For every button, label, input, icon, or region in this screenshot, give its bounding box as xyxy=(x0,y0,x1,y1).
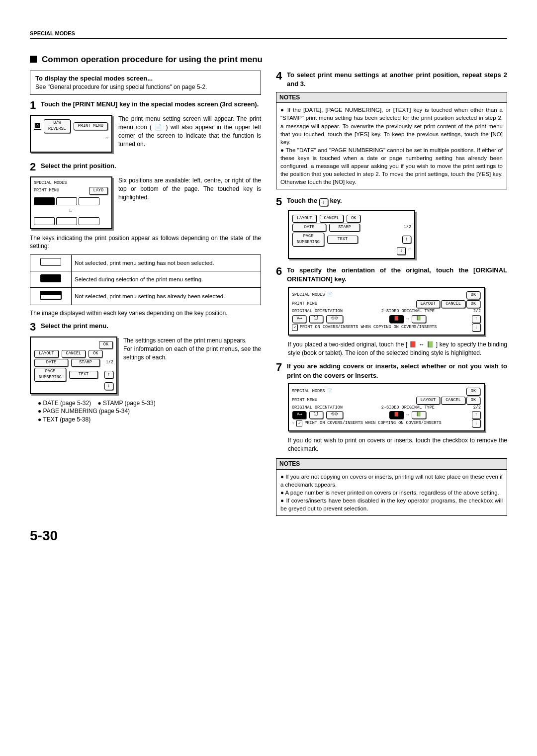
legend-text: Not selected, print menu setting has not… xyxy=(72,255,261,271)
step-number: 5 xyxy=(276,196,287,207)
date-key[interactable]: DATE xyxy=(292,224,326,232)
step5-figure: LAYOUTCANCELOK DATE STAMP 1/2 PAGE NUMBE… xyxy=(288,210,415,259)
fig-label: SPECIAL MODES 📄 xyxy=(292,292,333,298)
ok-key[interactable]: OK xyxy=(89,350,102,358)
ok-key[interactable]: OK xyxy=(466,291,480,299)
text-key[interactable]: TEXT xyxy=(327,236,358,244)
step-number: 1 xyxy=(30,100,41,111)
legend-text: Not selected, print menu setting has alr… xyxy=(72,288,261,305)
step7-para: If you do not wish to print on covers or… xyxy=(288,436,507,453)
up-arrow-key[interactable]: ↑ xyxy=(402,236,411,244)
step1-para: The print menu setting screen will appea… xyxy=(118,115,261,148)
step6-title: To specify the orientation of the origin… xyxy=(287,266,507,284)
fraction: 1/2 xyxy=(106,360,113,366)
up-arrow-key[interactable]: ↑ xyxy=(472,315,481,323)
legend-text: Selected during selection of the print m… xyxy=(72,271,261,288)
flip-v-key[interactable]: ⤵⤴ xyxy=(309,411,323,419)
date-key[interactable]: DATE xyxy=(34,359,68,367)
covers-inserts-label: PRINT ON COVERS/INSERTS WHEN COPYING ON … xyxy=(300,325,437,331)
bullet: TEXT (page 5-38) xyxy=(38,416,90,423)
layo-key[interactable]: LAYO xyxy=(89,187,108,195)
step3-figure: OK LAYOUTCANCELOK DATE STAMP 1/2 PAGE NU… xyxy=(30,336,117,394)
note-item: A page number is never printed on covers… xyxy=(280,489,503,497)
flip-h-key[interactable]: ⟲⟳ xyxy=(326,411,343,419)
cancel-key[interactable]: CANCEL xyxy=(441,397,465,405)
position-key-legend: Not selected, print menu setting has not… xyxy=(30,254,261,305)
down-arrow-icon: ↓ xyxy=(319,198,328,206)
fig-label: SPECIAL MODES xyxy=(34,180,108,186)
page-number: 5-30 xyxy=(30,526,507,545)
layout-key[interactable]: LAYOUT xyxy=(292,215,317,223)
stamp-key[interactable]: STAMP xyxy=(71,359,100,367)
binding-book-key[interactable]: 📕 xyxy=(389,315,404,323)
notes-body: If you are not copying on covers or inse… xyxy=(276,469,507,516)
binding-book-key[interactable]: 📕 xyxy=(389,411,404,419)
table-row: Selected during selection of the print m… xyxy=(30,271,261,288)
cancel-key[interactable]: CANCEL xyxy=(62,350,86,358)
cancel-key[interactable]: CANCEL xyxy=(320,215,344,223)
text-key[interactable]: TEXT xyxy=(69,371,98,379)
note-item: If you are not copying on covers or inse… xyxy=(280,473,503,489)
step-number: 3 xyxy=(30,322,41,333)
fig-label: PRINT MENU xyxy=(292,301,317,307)
intro-title: To display the special modes screen... xyxy=(35,74,256,83)
orientation-a-key[interactable]: A⟶ xyxy=(292,411,306,419)
step7-figure: SPECIAL MODES 📄 OK PRINT MENU LAYOUTCANC… xyxy=(288,383,485,432)
covers-inserts-label: PRINT ON COVERS/INSERTS WHEN COPYING ON … xyxy=(304,420,441,426)
notes-body: If the [DATE], [PAGE NUMBERING], or [TEX… xyxy=(276,102,507,189)
ok-key[interactable]: OK xyxy=(466,388,480,396)
bullet: STAMP (page 5-33) xyxy=(97,400,155,407)
covers-checkbox[interactable]: ✓ xyxy=(296,420,302,426)
down-arrow-key[interactable]: ↓ xyxy=(104,382,113,390)
section-title: Common operation procedure for using the… xyxy=(30,54,507,66)
step2-after: The keys indicating the print position a… xyxy=(30,234,261,251)
bw-reverse-key[interactable]: B/W REVERSE xyxy=(44,119,71,133)
note-item: The "DATE" and "PAGE NUMBERING" cannot b… xyxy=(280,146,503,186)
up-arrow-key[interactable]: ↑ xyxy=(472,411,481,419)
layout-key[interactable]: LAYOUT xyxy=(34,350,59,358)
orientation-a-key[interactable]: A⟶ xyxy=(292,315,306,323)
table-row: Not selected, print menu setting has alr… xyxy=(30,288,261,305)
ok-key[interactable]: OK xyxy=(466,397,480,405)
flip-v-key[interactable]: ⤵⤴ xyxy=(309,315,323,323)
bullet: PAGE NUMBERING (page 5-34) xyxy=(38,408,130,415)
fig-label: SPECIAL MODES 📄 xyxy=(292,389,333,395)
down-arrow-key[interactable]: ↓ xyxy=(472,420,481,427)
down-arrow-key[interactable]: ↓ xyxy=(472,324,481,332)
layout-key[interactable]: LAYOUT xyxy=(416,397,441,405)
step2-title: Select the print position. xyxy=(41,162,261,172)
two-sided-label: 2-SIDED ORIGINAL TYPE xyxy=(381,405,435,411)
stamp-key[interactable]: STAMP xyxy=(329,224,360,232)
fraction: 2/2 xyxy=(473,309,481,315)
step2-figure: SPECIAL MODES PRINT MENU LAYO ☞ xyxy=(30,176,112,229)
bullet: DATE (page 5-32) xyxy=(38,400,91,407)
step-number: 6 xyxy=(276,266,287,284)
ok-key[interactable]: OK xyxy=(99,341,113,349)
page-numbering-key[interactable]: PAGE NUMBERING xyxy=(292,233,324,247)
left-column: To display the special modes screen... S… xyxy=(30,71,261,516)
flip-h-key[interactable]: ⟲⟳ xyxy=(326,315,343,323)
cancel-key[interactable]: CANCEL xyxy=(441,300,465,308)
fraction: 2/2 xyxy=(473,405,481,411)
up-arrow-key[interactable]: ↑ xyxy=(104,371,113,379)
key-selected-icon xyxy=(40,274,61,282)
orig-orient-label: ORIGINAL ORIENTATION xyxy=(292,405,343,411)
ok-key[interactable]: OK xyxy=(347,215,360,223)
down-arrow-key[interactable]: ↓ xyxy=(397,247,406,255)
intro-box: To display the special modes screen... S… xyxy=(30,71,261,95)
step5-title: Touch the ↓ key. xyxy=(287,196,507,207)
step-number: 2 xyxy=(30,162,41,172)
ok-key[interactable]: OK xyxy=(466,300,480,308)
step3-para: The settings screen of the print menu ap… xyxy=(123,336,261,361)
key-not-selected-icon xyxy=(40,258,61,266)
title-text: Common operation procedure for using the… xyxy=(42,55,263,64)
binding-tablet-key[interactable]: 📗 xyxy=(412,411,426,419)
page-numbering-key[interactable]: PAGE NUMBERING xyxy=(34,368,66,382)
binding-tablet-key[interactable]: 📗 xyxy=(412,315,426,323)
print-menu-key[interactable]: PRINT MENU xyxy=(74,122,108,130)
notes-header: NOTES xyxy=(276,92,507,103)
step4-title: To select print menu settings at another… xyxy=(287,71,507,88)
fig-label: PRINT MENU xyxy=(34,188,59,194)
two-sided-label: 2-SIDED ORIGINAL TYPE xyxy=(381,309,435,315)
layout-key[interactable]: LAYOUT xyxy=(416,300,441,308)
